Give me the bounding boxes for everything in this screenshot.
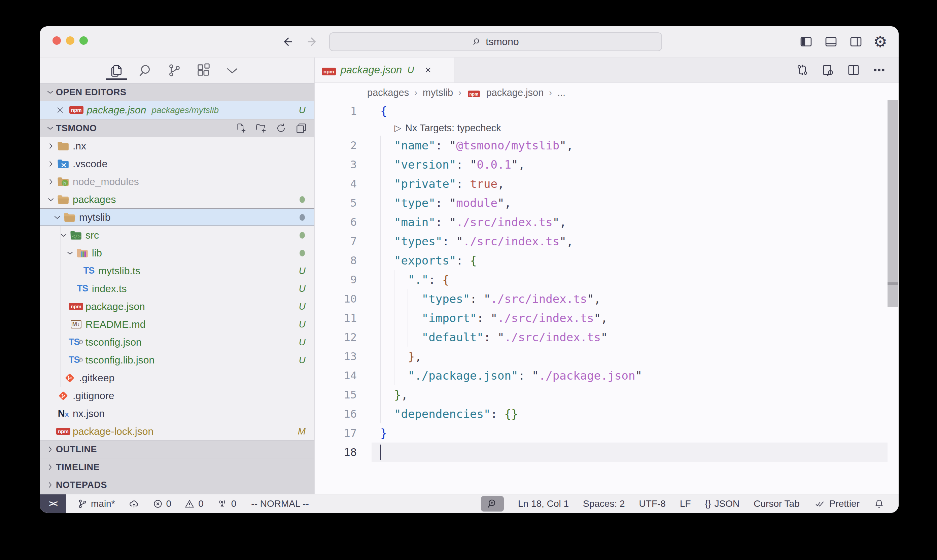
code-line-1[interactable]: 1{ xyxy=(315,101,899,120)
section-timeline[interactable]: TIMELINE xyxy=(40,458,314,476)
new-file-icon[interactable] xyxy=(235,123,246,134)
explorer-root-header[interactable]: TSMONO xyxy=(40,119,314,137)
tree-item-src[interactable]: </> src xyxy=(40,226,314,244)
title-bar[interactable]: tsmono ⚙ xyxy=(40,26,899,58)
code-editor[interactable]: 1{▷Nx Targets: typecheck 2 "name": "@tsm… xyxy=(315,101,899,494)
back-arrow-icon[interactable] xyxy=(281,35,294,48)
code-line-13[interactable]: 13 }, xyxy=(315,347,899,366)
tree-item-package-lock.json[interactable]: npm package-lock.jsonM xyxy=(40,422,314,440)
status-ports[interactable]: 0 xyxy=(216,498,237,509)
node-icon: js xyxy=(56,175,71,188)
breadcrumb-item[interactable]: ... xyxy=(557,87,565,98)
status-warnings[interactable]: 0 xyxy=(184,498,204,509)
code-line-15[interactable]: 15 }, xyxy=(315,385,899,404)
status-publish[interactable] xyxy=(128,498,140,509)
code-line-18[interactable]: 18 xyxy=(315,443,899,462)
collapse-all-icon[interactable] xyxy=(295,123,307,134)
status-eol[interactable]: LF xyxy=(680,498,691,509)
codelens[interactable]: ▷Nx Targets: typecheck xyxy=(315,120,899,135)
command-center-search[interactable]: tsmono xyxy=(329,32,662,51)
section-outline[interactable]: OUTLINE xyxy=(40,440,314,458)
tree-item-mytslib.ts[interactable]: TS mytslib.tsU xyxy=(40,262,314,280)
breadcrumb-item[interactable]: packages xyxy=(367,87,409,98)
tree-item-package.json[interactable]: npm package.jsonU xyxy=(40,297,314,315)
settings-gear-icon[interactable]: ⚙ xyxy=(873,34,887,49)
open-editor-item[interactable]: npm package.json packages/mytslib U xyxy=(40,101,314,119)
code-line-7[interactable]: 7 "types": "./src/index.ts", xyxy=(315,232,899,251)
tree-item-.gitkeep[interactable]: .gitkeep xyxy=(40,369,314,387)
refresh-icon[interactable] xyxy=(275,123,287,134)
tree-item-packages[interactable]: packages xyxy=(40,191,314,208)
status-indentation[interactable]: Spaces: 2 xyxy=(583,498,625,509)
status-zoom-indicator[interactable] xyxy=(481,496,504,512)
git-modified-dot xyxy=(300,196,305,203)
status-encoding[interactable]: UTF-8 xyxy=(639,498,666,509)
activity-extensions[interactable] xyxy=(195,60,211,80)
line-number: 18 xyxy=(315,446,357,459)
code-line-5[interactable]: 5 "type": "module", xyxy=(315,193,899,212)
status-vim-mode[interactable]: -- NORMAL -- xyxy=(249,498,309,509)
double-check-icon xyxy=(814,499,826,509)
code-line-8[interactable]: 8 "exports": { xyxy=(315,251,899,270)
zoom-window-button[interactable] xyxy=(79,36,88,45)
toggle-secondary-sidebar-icon[interactable] xyxy=(848,35,863,48)
tree-item-.gitignore[interactable]: .gitignore xyxy=(40,387,314,405)
activity-more[interactable] xyxy=(224,60,240,80)
breadcrumb-item[interactable]: package.json xyxy=(486,87,543,98)
new-folder-icon[interactable] xyxy=(255,123,266,134)
activity-explorer[interactable] xyxy=(108,60,125,80)
tree-item-.nx[interactable]: .nx xyxy=(40,137,314,155)
forward-arrow-icon[interactable] xyxy=(306,35,319,48)
activity-source-control[interactable] xyxy=(166,60,182,80)
tree-item-tsconfig.lib.json[interactable]: TS⚙ tsconfig.lib.jsonU xyxy=(40,351,314,369)
tree-item-node_modules[interactable]: js node_modules xyxy=(40,173,314,191)
status-formatter[interactable]: Prettier xyxy=(814,498,860,509)
status-cursor-position[interactable]: Ln 18, Col 1 xyxy=(518,498,569,509)
status-git-branch[interactable]: main* xyxy=(77,498,115,509)
close-icon[interactable] xyxy=(56,106,65,114)
tab-package-json[interactable]: npm package.json U xyxy=(315,58,454,82)
activity-search[interactable] xyxy=(137,60,154,80)
code-line-12[interactable]: 12 "default": "./src/index.ts" xyxy=(315,328,899,347)
tree-item-index.ts[interactable]: TS index.tsU xyxy=(40,280,314,297)
open-preview-icon[interactable] xyxy=(821,63,835,77)
minimize-window-button[interactable] xyxy=(66,36,74,45)
toggle-primary-sidebar-icon[interactable] xyxy=(799,35,814,48)
code-line-17[interactable]: 17} xyxy=(315,423,899,443)
code-line-9[interactable]: 9 ".": { xyxy=(315,270,899,289)
breadcrumb-item[interactable]: mytslib xyxy=(423,87,453,98)
open-editors-header[interactable]: OPEN EDITORS xyxy=(40,83,314,101)
tree-item-.vscode[interactable]: .vscode xyxy=(40,155,314,173)
section-notepads[interactable]: NOTEPADS xyxy=(40,476,314,494)
remote-indicator[interactable]: >< xyxy=(40,494,66,513)
line-number: 13 xyxy=(315,350,357,363)
code-line-4[interactable]: 4 "private": true, xyxy=(315,174,899,193)
split-editor-icon[interactable] xyxy=(847,63,860,77)
code-line-6[interactable]: 6 "main": "./src/index.ts", xyxy=(315,212,899,232)
status-language-mode[interactable]: {}JSON xyxy=(705,498,740,509)
code-line-10[interactable]: 10 "types": "./src/index.ts", xyxy=(315,289,899,308)
tree-item-nx.json[interactable]: Nx nx.json xyxy=(40,405,314,422)
close-window-button[interactable] xyxy=(52,36,61,45)
close-tab-icon[interactable] xyxy=(424,66,432,74)
tree-item-tsconfig.json[interactable]: TS⚙ tsconfig.jsonU xyxy=(40,333,314,351)
toggle-panel-icon[interactable] xyxy=(823,35,839,48)
code-line-16[interactable]: 16 "dependencies": {} xyxy=(315,404,899,423)
tree-item-README.md[interactable]: M↓ README.mdU xyxy=(40,315,314,333)
more-actions-icon[interactable] xyxy=(872,63,886,77)
editor-scrollbar[interactable] xyxy=(888,100,898,307)
code-line-14[interactable]: 14 "./package.json": "./package.json" xyxy=(315,366,899,385)
code-line-11[interactable]: 11 "import": "./src/index.ts", xyxy=(315,308,899,328)
chevron-down-icon xyxy=(45,86,56,98)
line-number: 5 xyxy=(315,197,357,209)
tsconfig-icon: TS⚙ xyxy=(69,353,83,367)
open-editor-label: package.json xyxy=(87,104,146,116)
status-notifications[interactable] xyxy=(874,498,885,509)
tree-item-mytslib[interactable]: mytslib xyxy=(40,208,314,226)
status-cursor-tab[interactable]: Cursor Tab xyxy=(754,498,799,509)
code-line-3[interactable]: 3 "version": "0.0.1", xyxy=(315,155,899,174)
tree-item-lib[interactable]: lib xyxy=(40,244,314,262)
open-changes-icon[interactable] xyxy=(795,63,809,77)
status-errors[interactable]: 0 xyxy=(153,498,172,509)
code-line-2[interactable]: 2 "name": "@tsmono/mytslib", xyxy=(315,135,899,155)
